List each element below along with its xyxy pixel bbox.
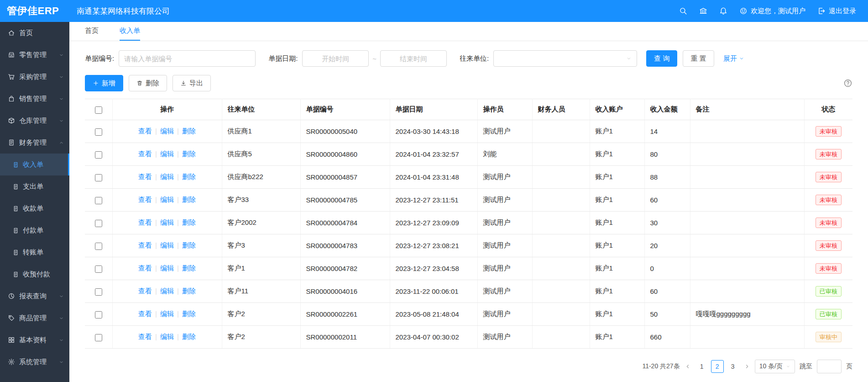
sidebar-item-label: 系统管理 bbox=[19, 358, 59, 366]
status-badge: 已审核 bbox=[816, 309, 842, 319]
export-button[interactable]: 导出 bbox=[173, 75, 211, 91]
row-action-edit[interactable]: 编辑 bbox=[160, 264, 174, 272]
expand-link[interactable]: 展开 bbox=[723, 54, 744, 63]
chevron-down-icon bbox=[59, 294, 64, 299]
sidebar-item-purchase[interactable]: 采购管理 bbox=[0, 66, 69, 88]
row-action-delete[interactable]: 删除 bbox=[182, 173, 196, 180]
page-number-2[interactable]: 2 bbox=[711, 360, 724, 373]
row-checkbox[interactable] bbox=[95, 265, 102, 273]
next-page-icon[interactable] bbox=[744, 363, 750, 370]
sidebar-item-advance-receipt[interactable]: 收预付款 bbox=[0, 263, 69, 285]
tab-home[interactable]: 首页 bbox=[85, 22, 99, 41]
row-action-delete[interactable]: 删除 bbox=[182, 310, 196, 318]
search-icon[interactable] bbox=[679, 7, 687, 15]
row-checkbox[interactable] bbox=[95, 220, 102, 227]
bank-icon[interactable] bbox=[699, 7, 707, 15]
sidebar-item-expense-bill[interactable]: 支出单 bbox=[0, 175, 69, 197]
sidebar-item-income-bill[interactable]: 收入单 bbox=[0, 154, 69, 175]
row-action-delete[interactable]: 删除 bbox=[182, 287, 196, 295]
row-action-edit[interactable]: 编辑 bbox=[160, 127, 174, 135]
sidebar-item-receipt-bill[interactable]: 收款单 bbox=[0, 197, 69, 219]
welcome-text: 欢迎您，测试用户 bbox=[751, 7, 805, 16]
reset-button[interactable]: 重 置 bbox=[683, 50, 714, 67]
user-welcome[interactable]: 欢迎您，测试用户 bbox=[739, 7, 805, 16]
cell-operator: 测试用户 bbox=[477, 212, 532, 234]
row-action-view[interactable]: 查看 bbox=[138, 310, 152, 318]
row-action-delete[interactable]: 删除 bbox=[182, 241, 196, 249]
row-action-view[interactable]: 查看 bbox=[138, 287, 152, 295]
row-action-edit[interactable]: 编辑 bbox=[160, 218, 174, 226]
add-button[interactable]: 新增 bbox=[85, 75, 123, 91]
sidebar-item-finance[interactable]: 财务管理 bbox=[0, 132, 69, 154]
row-action-view[interactable]: 查看 bbox=[138, 150, 152, 158]
row-checkbox[interactable] bbox=[95, 128, 102, 136]
row-action-edit[interactable]: 编辑 bbox=[160, 196, 174, 203]
sidebar-item-label: 零售管理 bbox=[19, 51, 59, 59]
partner-select[interactable] bbox=[493, 50, 637, 67]
row-action-delete[interactable]: 删除 bbox=[182, 150, 196, 158]
sidebar-item-transfer-bill[interactable]: 转账单 bbox=[0, 241, 69, 263]
row-action-edit[interactable]: 编辑 bbox=[160, 310, 174, 318]
search-button[interactable]: 查 询 bbox=[646, 50, 677, 67]
row-action-view[interactable]: 查看 bbox=[138, 127, 152, 135]
row-checkbox[interactable] bbox=[95, 151, 102, 159]
sidebar-item-sales[interactable]: 销售管理 bbox=[0, 88, 69, 110]
page-size-select[interactable]: 10 条/页 bbox=[755, 360, 795, 373]
row-action-edit[interactable]: 编辑 bbox=[160, 173, 174, 180]
row-action-delete[interactable]: 删除 bbox=[182, 333, 196, 340]
sidebar-item-system[interactable]: 系统管理 bbox=[0, 351, 69, 373]
row-action-delete[interactable]: 删除 bbox=[182, 196, 196, 203]
table-row: 查看|编辑|删除客户1SR000000047822023-12-27 23:04… bbox=[85, 257, 852, 280]
row-action-delete[interactable]: 删除 bbox=[182, 127, 196, 135]
row-action-edit[interactable]: 编辑 bbox=[160, 241, 174, 249]
row-checkbox[interactable] bbox=[95, 243, 102, 250]
status-badge: 未审核 bbox=[816, 149, 842, 159]
row-action-delete[interactable]: 删除 bbox=[182, 264, 196, 272]
date-end-input[interactable] bbox=[380, 50, 447, 67]
row-action-delete[interactable]: 删除 bbox=[182, 218, 196, 226]
tab-income-bill[interactable]: 收入单 bbox=[120, 22, 140, 41]
cell-date: 2024-01-04 23:32:57 bbox=[390, 143, 477, 166]
row-checkbox[interactable] bbox=[95, 334, 102, 341]
cell-amount: 30 bbox=[644, 212, 690, 234]
doc-icon bbox=[12, 227, 19, 234]
page-number-3[interactable]: 3 bbox=[727, 360, 739, 373]
row-action-view[interactable]: 查看 bbox=[138, 218, 152, 226]
sidebar-item-retail[interactable]: 零售管理 bbox=[0, 44, 69, 66]
jump-page-input[interactable] bbox=[817, 360, 842, 373]
row-action-view[interactable]: 查看 bbox=[138, 264, 152, 272]
sidebar-item-payment-bill[interactable]: 付款单 bbox=[0, 219, 69, 241]
chevron-down-icon bbox=[739, 56, 744, 61]
sidebar-item-goods[interactable]: 商品管理 bbox=[0, 307, 69, 329]
row-checkbox-cell bbox=[85, 303, 112, 326]
select-all-checkbox[interactable] bbox=[95, 106, 102, 114]
sidebar-item-basic[interactable]: 基本资料 bbox=[0, 329, 69, 351]
row-action-edit[interactable]: 编辑 bbox=[160, 333, 174, 340]
row-action-edit[interactable]: 编辑 bbox=[160, 150, 174, 158]
sidebar-item-report[interactable]: 报表查询 bbox=[0, 285, 69, 307]
date-start-input[interactable] bbox=[302, 50, 369, 67]
bell-icon[interactable] bbox=[719, 7, 727, 15]
page-number-1[interactable]: 1 bbox=[695, 360, 708, 373]
row-checkbox[interactable] bbox=[95, 197, 102, 204]
sidebar-item-home[interactable]: 首页 bbox=[0, 22, 69, 44]
row-checkbox[interactable] bbox=[95, 174, 102, 181]
row-checkbox[interactable] bbox=[95, 288, 102, 296]
status-badge: 未审核 bbox=[816, 126, 842, 137]
row-action-view[interactable]: 查看 bbox=[138, 173, 152, 180]
bill-no-input[interactable] bbox=[119, 50, 256, 67]
status-badge: 已审核 bbox=[816, 286, 842, 297]
row-actions-cell: 查看|编辑|删除 bbox=[112, 280, 222, 303]
logout-button[interactable]: 退出登录 bbox=[817, 7, 856, 16]
help-icon[interactable] bbox=[843, 79, 852, 88]
sidebar-item-warehouse[interactable]: 仓库管理 bbox=[0, 110, 69, 132]
cell-partner: 客户2002 bbox=[222, 212, 300, 234]
row-action-view[interactable]: 查看 bbox=[138, 196, 152, 203]
row-action-view[interactable]: 查看 bbox=[138, 241, 152, 249]
row-action-edit[interactable]: 编辑 bbox=[160, 287, 174, 295]
row-action-view[interactable]: 查看 bbox=[138, 333, 152, 340]
delete-button[interactable]: 删除 bbox=[129, 75, 167, 91]
prev-page-icon[interactable] bbox=[685, 363, 691, 370]
row-checkbox[interactable] bbox=[95, 311, 102, 318]
action-divider: | bbox=[155, 333, 157, 340]
